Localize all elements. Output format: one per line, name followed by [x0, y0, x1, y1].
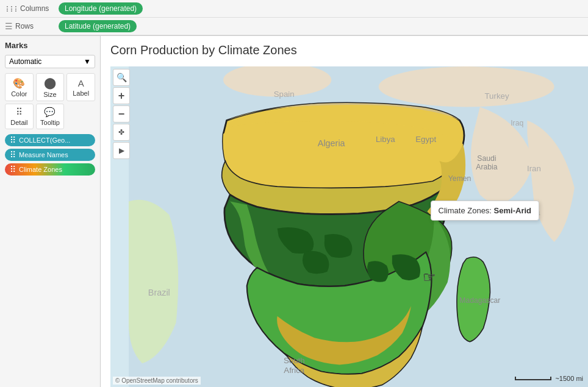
africa-svg: Algeria Libya Egypt Saudi Arabia Iran In… — [129, 66, 588, 387]
rows-icon: ☰ — [5, 21, 13, 31]
collect-geo-field[interactable]: ⠿ COLLECT(Geo... — [5, 134, 95, 146]
measure-names-label: Measure Names — [19, 151, 68, 158]
marks-buttons-grid: 🎨 Color ⬤ Size A Label ⠿ Detail 💬 Toolti… — [5, 73, 95, 129]
size-icon: ⬤ — [44, 76, 56, 90]
svg-text:Egypt: Egypt — [415, 135, 436, 144]
color-icon: 🎨 — [13, 77, 25, 89]
columns-label: Columns — [20, 4, 49, 13]
label-label: Label — [73, 90, 89, 97]
svg-text:Africa: Africa — [284, 366, 305, 375]
svg-text:Algeria: Algeria — [318, 138, 345, 148]
color-button[interactable]: 🎨 Color — [5, 73, 34, 101]
svg-text:Libya: Libya — [376, 135, 395, 144]
svg-text:Madagascar: Madagascar — [459, 296, 500, 305]
columns-pill[interactable]: Longitude (generated) — [59, 2, 143, 15]
map-toolbar: 🔍 + − ✤ ▶ — [110, 66, 132, 162]
svg-text:South: South — [284, 356, 305, 365]
tooltip-label: Tooltip — [40, 119, 60, 126]
measure-names-field[interactable]: ⠿ Measure Names — [5, 149, 95, 161]
scale-label: ~1500 mi — [555, 375, 583, 382]
tooltip-value: Semi-Arid — [494, 206, 531, 215]
measure-dots-icon: ⠿ — [10, 151, 16, 159]
climate-zone-tooltip: Climate Zones: Semi-Arid — [431, 201, 539, 221]
rows-pill[interactable]: Latitude (generated) — [59, 20, 137, 32]
marks-type-dropdown[interactable]: Automatic ▼ — [5, 55, 95, 68]
tooltip-icon: 💬 — [44, 107, 56, 118]
rows-label: Rows — [15, 22, 34, 30]
svg-text:Spain: Spain — [274, 90, 295, 99]
svg-text:Saudi: Saudi — [477, 154, 496, 163]
collect-dots-icon: ⠿ — [10, 136, 16, 144]
zoom-out-button[interactable]: − — [113, 105, 130, 122]
zoom-in-button[interactable]: + — [113, 87, 130, 104]
map-container: 🔍 + − ✤ ▶ — [110, 66, 588, 387]
collect-geo-label: COLLECT(Geo... — [19, 137, 70, 144]
svg-text:Brazil: Brazil — [148, 288, 170, 297]
size-label: Size — [43, 91, 56, 98]
detail-label: Detail — [10, 119, 27, 126]
tooltip-button[interactable]: 💬 Tooltip — [36, 104, 65, 129]
chart-title: Corn Production by Climate Zones — [101, 36, 588, 62]
climate-dots-icon: ⠿ — [10, 165, 16, 174]
rows-shelf-label: ☰ Rows — [5, 21, 54, 31]
chart-area: Corn Production by Climate Zones 🔍 + − ✤… — [101, 36, 588, 387]
climate-zones-label: Climate Zones — [19, 166, 62, 173]
detail-button[interactable]: ⠿ Detail — [5, 104, 34, 129]
scale-line-icon — [515, 377, 551, 380]
color-label: Color — [11, 90, 27, 98]
tooltip-label: Climate Zones: — [439, 206, 492, 215]
marks-panel: Marks Automatic ▼ 🎨 Color ⬤ Size A Label… — [0, 36, 101, 387]
scale-bar: ~1500 mi — [515, 375, 583, 382]
svg-text:Turkey: Turkey — [484, 91, 509, 101]
svg-text:Yemen: Yemen — [448, 174, 471, 183]
map-attribution: © OpenStreetMap contributors — [113, 377, 201, 385]
marks-type-label: Automatic — [9, 57, 41, 66]
svg-text:☞: ☞ — [423, 269, 436, 285]
select-tool-button[interactable]: ✤ — [113, 124, 130, 141]
svg-text:Iraq: Iraq — [511, 119, 523, 127]
svg-text:Iran: Iran — [527, 164, 541, 173]
marks-title: Marks — [5, 41, 95, 50]
columns-icon: ⫶⫶⫶ — [5, 4, 18, 13]
detail-icon: ⠿ — [16, 107, 23, 118]
search-button[interactable]: 🔍 — [113, 69, 130, 86]
label-icon: A — [78, 78, 84, 88]
map-background: 🔍 + − ✤ ▶ — [110, 66, 588, 387]
columns-shelf-label: ⫶⫶⫶ Columns — [5, 4, 54, 13]
chevron-down-icon: ▼ — [84, 57, 91, 66]
climate-zones-field[interactable]: ⠿ Climate Zones — [5, 163, 95, 176]
label-button[interactable]: A Label — [66, 73, 95, 101]
svg-text:Arabia: Arabia — [476, 163, 497, 171]
size-button[interactable]: ⬤ Size — [36, 73, 65, 101]
play-button[interactable]: ▶ — [113, 142, 130, 159]
svg-point-2 — [379, 66, 554, 107]
